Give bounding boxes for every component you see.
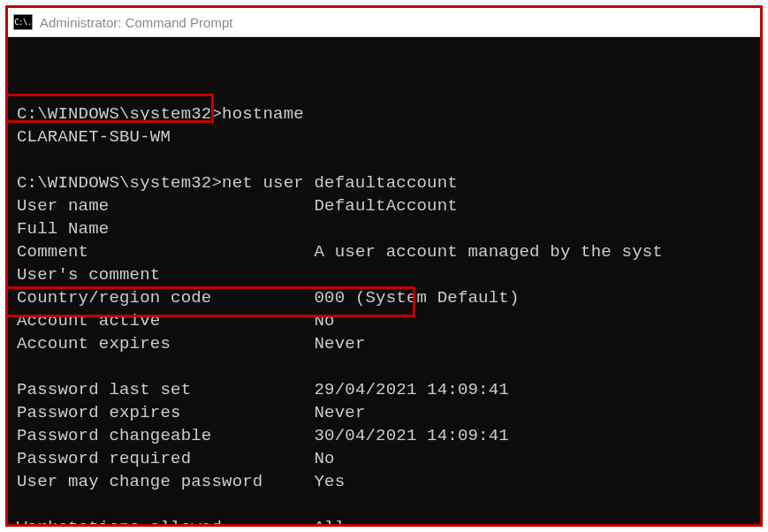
- prompt-path: C:\WINDOWS\system32>: [17, 104, 222, 124]
- label-workstations: Workstations allowed: [17, 518, 222, 525]
- label-pwd-changeable: Password changeable: [17, 426, 211, 445]
- value-account-active: No: [314, 311, 334, 331]
- terminal-area[interactable]: C:\WINDOWS\system32>hostname CLARANET-SB…: [8, 37, 760, 525]
- label-account-active: Account active: [17, 311, 160, 331]
- label-comment: Comment: [17, 242, 88, 262]
- label-pwd-last-set: Password last set: [17, 380, 191, 399]
- value-pwd-last-set: 29/04/2021 14:09:41: [314, 380, 508, 399]
- value-pwd-changeable: 30/04/2021 14:09:41: [314, 426, 508, 445]
- cmd-icon: C:\.: [13, 14, 33, 30]
- label-full-name: Full Name: [17, 219, 109, 239]
- label-pwd-expires: Password expires: [17, 403, 181, 422]
- value-pwd-expires: Never: [314, 403, 365, 422]
- titlebar: C:\. Administrator: Command Prompt: [8, 8, 760, 37]
- label-users-comment: User's comment: [17, 265, 160, 285]
- prompt-path: C:\WINDOWS\system32>: [17, 173, 222, 193]
- hostname-output: CLARANET-SBU-WM: [17, 127, 171, 147]
- label-user-name: User name: [17, 196, 109, 216]
- value-account-expires: Never: [314, 334, 365, 353]
- value-comment: A user account managed by the syst: [314, 242, 662, 262]
- cmd-hostname: hostname: [222, 104, 304, 124]
- value-pwd-required: No: [314, 449, 334, 468]
- value-workstations: All: [314, 518, 345, 525]
- label-account-expires: Account expires: [17, 334, 171, 353]
- command-prompt-window: C:\. Administrator: Command Prompt C:\WI…: [5, 5, 763, 527]
- label-pwd-required: Password required: [17, 449, 191, 468]
- terminal-output: C:\WINDOWS\system32>hostname CLARANET-SB…: [17, 103, 751, 525]
- value-user-name: DefaultAccount: [314, 196, 457, 216]
- cmd-net-user: net user defaultaccount: [222, 173, 458, 193]
- label-user-may-change: User may change password: [17, 472, 262, 491]
- value-user-may-change: Yes: [314, 472, 345, 491]
- window-title: Administrator: Command Prompt: [40, 15, 232, 30]
- label-country: Country/region code: [17, 288, 211, 308]
- value-country: 000 (System Default): [314, 288, 519, 308]
